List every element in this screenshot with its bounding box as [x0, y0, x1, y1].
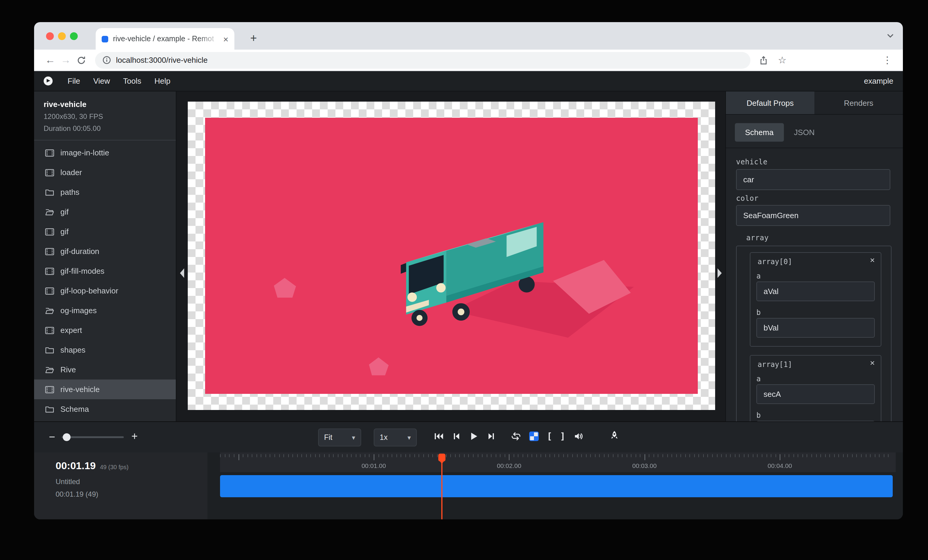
ruler-tick — [856, 454, 857, 457]
ruler-tick — [847, 454, 848, 457]
tab-title: rive-vehicle / example - Remot — [113, 35, 220, 43]
ruler-tick — [825, 454, 826, 457]
chevron-down-icon: ▾ — [408, 434, 411, 441]
timeline-track-bar[interactable] — [220, 475, 893, 497]
sidebar-item[interactable]: shapes — [34, 340, 176, 360]
ruler-tick — [464, 454, 465, 457]
color-input[interactable]: SeaFoamGreen — [736, 205, 890, 226]
bookmark-star-icon[interactable]: ☆ — [778, 55, 787, 66]
site-info-icon[interactable] — [102, 56, 111, 65]
ruler-tick — [378, 454, 379, 457]
sidebar-item[interactable]: Rive — [34, 360, 176, 379]
ruler-tick — [505, 454, 505, 457]
mute-button[interactable] — [573, 432, 584, 441]
browser-tab[interactable]: rive-vehicle / example - Remot × — [96, 28, 234, 50]
artboard-canvas — [205, 118, 698, 394]
color-label: color — [736, 194, 759, 202]
field-a-input[interactable]: secA — [756, 384, 875, 404]
loop-button[interactable] — [511, 432, 521, 441]
ruler-tick — [500, 454, 501, 457]
ruler-tick — [392, 454, 392, 457]
zoom-in-button[interactable]: + — [128, 430, 140, 443]
menu-file[interactable]: File — [61, 76, 87, 85]
ruler-tick — [807, 454, 807, 457]
zoom-window-button[interactable] — [70, 32, 78, 40]
ruler-tick — [559, 454, 559, 457]
playhead-handle[interactable] — [438, 453, 446, 461]
share-icon[interactable] — [759, 55, 768, 65]
ruler-tick — [775, 454, 776, 457]
tab-renders[interactable]: Renders — [814, 91, 903, 114]
speaker-icon — [574, 432, 583, 441]
subtab-schema[interactable]: Schema — [735, 123, 784, 142]
subtab-json[interactable]: JSON — [784, 123, 824, 142]
ruler-tick — [789, 454, 789, 457]
sidebar-item[interactable]: Schema — [34, 399, 176, 419]
tab-default-props[interactable]: Default Props — [726, 91, 814, 114]
sidebar-item[interactable]: gif — [34, 222, 176, 242]
sidebar-item[interactable]: rive-vehicle — [34, 379, 176, 399]
previous-frame-button[interactable] — [451, 432, 462, 441]
sidebar-item[interactable]: image-in-lottie — [34, 143, 176, 163]
ruler-tick — [437, 454, 437, 457]
sidebar-item[interactable]: expert — [34, 320, 176, 340]
sidebar-item[interactable]: og-images — [34, 301, 176, 320]
sidebar-item-label: gif — [60, 227, 69, 236]
tab-search-chevron-icon[interactable] — [886, 32, 894, 43]
zoom-slider-knob[interactable] — [63, 433, 70, 441]
composition-tree: image-in-lottie — [34, 140, 176, 419]
tab-close-button[interactable]: × — [223, 34, 228, 44]
fit-select[interactable]: Fit ▾ — [318, 429, 361, 446]
ruler-tick — [631, 454, 632, 457]
sidebar-item[interactable]: gif-duration — [34, 242, 176, 261]
ruler-tick — [351, 454, 352, 457]
sidebar-item[interactable]: gif-loop-behavior — [34, 281, 176, 301]
skip-to-end-button[interactable] — [485, 432, 496, 441]
ruler-tick — [699, 454, 699, 457]
ruler-tick — [478, 454, 478, 457]
ruler-tick — [346, 454, 347, 457]
forward-button[interactable]: → — [58, 52, 73, 68]
remove-array-item-0-button[interactable]: × — [870, 255, 875, 265]
collapse-left-panel-icon[interactable] — [180, 268, 184, 278]
menu-help[interactable]: Help — [148, 76, 177, 85]
zoom-out-button[interactable]: − — [46, 430, 58, 443]
tab-favicon-icon — [102, 35, 108, 42]
vehicle-input[interactable]: car — [736, 169, 890, 190]
field-a-label: a — [756, 272, 760, 280]
reload-button[interactable] — [73, 52, 89, 68]
new-tab-button[interactable]: + — [244, 29, 263, 47]
close-window-button[interactable] — [46, 32, 54, 40]
remove-array-item-1-button[interactable]: × — [870, 358, 875, 368]
sidebar-item[interactable]: gif — [34, 202, 176, 222]
menu-tools[interactable]: Tools — [117, 76, 148, 85]
field-a-input[interactable]: aVal — [756, 282, 875, 301]
sidebar-item[interactable]: paths — [34, 182, 176, 202]
browser-menu-icon[interactable]: ⋮ — [880, 55, 894, 66]
menu-view[interactable]: View — [87, 76, 117, 85]
props-panel: Default Props Renders Schema JSON vehicl… — [725, 91, 903, 422]
ruler-tick — [879, 454, 879, 457]
out-point-button[interactable]: ] — [560, 431, 566, 442]
in-point-button[interactable]: [ — [546, 431, 553, 442]
sidebar-item[interactable]: gif-fill-modes — [34, 261, 176, 281]
back-button[interactable]: ← — [43, 52, 58, 68]
collapse-right-panel-icon[interactable] — [717, 268, 722, 278]
render-button[interactable] — [609, 430, 620, 440]
playback-speed-select[interactable]: 1x ▾ — [374, 429, 417, 446]
transparency-checkerboard-button[interactable] — [528, 432, 539, 441]
ruler-tick — [419, 454, 420, 457]
ruler-tick — [315, 454, 316, 457]
minimize-window-button[interactable] — [58, 32, 66, 40]
project-info: rive-vehicle 1200x630, 30 FPS Duration 0… — [34, 91, 176, 140]
play-button[interactable] — [468, 432, 479, 441]
zoom-slider[interactable] — [62, 436, 124, 438]
ruler-tick — [270, 454, 270, 457]
loop-icon — [511, 432, 521, 441]
skip-to-start-button[interactable] — [433, 432, 444, 441]
field-b-input[interactable]: bVal — [756, 318, 875, 338]
transport-controls — [433, 432, 496, 441]
url-input[interactable]: localhost:3000/rive-vehicle — [95, 52, 750, 68]
sidebar-item[interactable]: loader — [34, 163, 176, 182]
timeline-ruler[interactable]: 00:01.0000:02.0000:03.0000:04.00 — [220, 452, 896, 472]
